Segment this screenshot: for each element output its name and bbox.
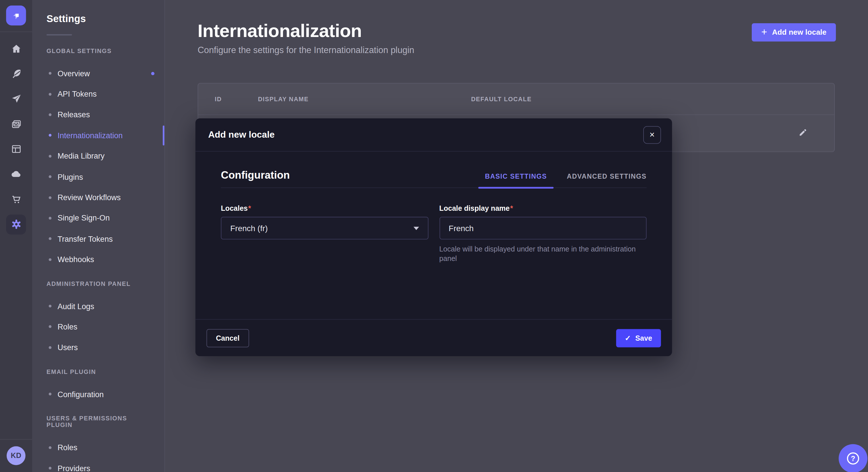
sidebar-item-webhooks[interactable]: Webhooks xyxy=(32,249,164,270)
sidebar-item-label: Media Library xyxy=(58,152,105,161)
sidebar-item-label: Transfer Tokens xyxy=(58,234,113,243)
rail-item-feather-pen-icon[interactable] xyxy=(6,64,26,84)
sidebar-section-header: ADMINISTRATION PANEL xyxy=(46,280,153,287)
rail-item-layout-icon[interactable] xyxy=(6,139,26,159)
sidebar-item-label: Audit Logs xyxy=(58,302,94,310)
bullet-icon xyxy=(49,217,52,220)
sidebar-item-providers[interactable]: Providers xyxy=(32,458,164,472)
divider xyxy=(0,32,32,32)
display-name-label: Locale display name* xyxy=(439,204,513,212)
bullet-icon xyxy=(49,196,52,199)
rail-item-paper-plane-icon[interactable] xyxy=(6,89,26,109)
add-new-locale-button[interactable]: + Add new locale xyxy=(752,23,836,42)
column-header-default-locale: DEFAULT LOCALE xyxy=(471,96,817,102)
sidebar-item-label: Users xyxy=(58,343,78,352)
sidebar-item-label: Plugins xyxy=(58,172,83,181)
sidebar-item-label: API Tokens xyxy=(58,90,97,99)
rail-item-marketplace-cart-icon[interactable] xyxy=(6,189,26,209)
sidebar-item-label: Webhooks xyxy=(58,255,94,264)
settings-tabs: BASIC SETTINGSADVANCED SETTINGS xyxy=(485,173,647,188)
bullet-icon xyxy=(49,467,52,470)
sidebar-item-single-sign-on[interactable]: Single Sign-On xyxy=(32,208,164,229)
sidebar-item-transfer-tokens[interactable]: Transfer Tokens xyxy=(32,229,164,249)
avatar[interactable]: KD xyxy=(7,446,26,465)
bullet-icon xyxy=(49,258,52,261)
bullet-icon xyxy=(49,175,52,178)
chevron-down-icon xyxy=(413,227,419,230)
table-header-row: IDDISPLAY NAMEDEFAULT LOCALE xyxy=(198,83,834,115)
display-name-hint: Locale will be displayed under that name… xyxy=(439,244,646,263)
sidebar-item-label: Releases xyxy=(58,110,90,119)
sidebar-section-header: USERS & PERMISSIONS PLUGIN xyxy=(46,415,153,428)
sidebar-item-label: Single Sign-On xyxy=(58,214,110,223)
rail-item-settings-gear-icon[interactable] xyxy=(6,214,26,234)
strapi-logo[interactable] xyxy=(6,5,26,25)
sidebar-item-label: Internationalization xyxy=(58,131,123,140)
required-asterisk: * xyxy=(510,204,513,212)
sidebar-section-header: EMAIL PLUGIN xyxy=(46,369,153,375)
notification-dot xyxy=(151,72,154,75)
sidebar-item-label: Overview xyxy=(58,69,90,78)
sidebar-item-users[interactable]: Users xyxy=(32,337,164,358)
tab-advanced-settings[interactable]: ADVANCED SETTINGS xyxy=(567,173,647,188)
column-header-id: ID xyxy=(215,96,258,102)
bullet-icon xyxy=(49,393,52,396)
locales-label: Locales* xyxy=(221,204,251,212)
page-title: Internationalization xyxy=(197,20,414,42)
sidebar-item-label: Roles xyxy=(58,322,78,331)
sidebar-item-configuration[interactable]: Configuration xyxy=(32,384,164,405)
edit-pencil-icon[interactable] xyxy=(798,128,808,139)
page-subtitle: Configure the settings for the Internati… xyxy=(197,45,414,55)
sidebar-item-review-workflows[interactable]: Review Workflows xyxy=(32,187,164,208)
rail-item-cloud-icon[interactable] xyxy=(6,164,26,184)
sidebar-item-audit-logs[interactable]: Audit Logs xyxy=(32,296,164,316)
sidebar-item-api-tokens[interactable]: API Tokens xyxy=(32,84,164,104)
cancel-button[interactable]: Cancel xyxy=(206,329,249,347)
sidebar-title: Settings xyxy=(46,13,153,25)
sidebar-item-label: Review Workflows xyxy=(58,193,121,202)
sidebar-item-releases[interactable]: Releases xyxy=(32,104,164,125)
configuration-heading: Configuration xyxy=(221,169,290,181)
check-icon: ✓ xyxy=(625,334,631,341)
tab-basic-settings[interactable]: BASIC SETTINGS xyxy=(485,173,547,188)
plus-icon: + xyxy=(761,27,767,37)
modal-title: Add new locale xyxy=(208,129,275,140)
bullet-icon xyxy=(49,93,52,96)
bullet-icon xyxy=(49,446,52,449)
bullet-icon xyxy=(49,346,52,349)
bullet-icon xyxy=(49,134,52,137)
rail-item-home-icon[interactable] xyxy=(6,39,26,59)
divider xyxy=(46,34,72,36)
sidebar-section-header: GLOBAL SETTINGS xyxy=(46,47,153,54)
help-button[interactable]: ? xyxy=(839,444,867,472)
save-button[interactable]: ✓ Save xyxy=(616,329,661,347)
sidebar-item-media-library[interactable]: Media Library xyxy=(32,146,164,166)
bullet-icon xyxy=(49,237,52,240)
sidebar-item-label: Configuration xyxy=(58,390,104,399)
bullet-icon xyxy=(49,305,52,308)
bullet-icon xyxy=(49,113,52,116)
sidebar-item-overview[interactable]: Overview xyxy=(32,63,164,84)
bullet-icon xyxy=(49,72,52,75)
sidebar-item-plugins[interactable]: Plugins xyxy=(32,166,164,187)
bullet-icon xyxy=(49,326,52,328)
bullet-icon xyxy=(49,155,52,158)
locales-select[interactable]: French (fr) xyxy=(221,217,428,239)
settings-sidebar: Settings GLOBAL SETTINGSOverviewAPI Toke… xyxy=(32,0,165,472)
app: KD Settings GLOBAL SETTINGSOverviewAPI T… xyxy=(0,0,868,472)
add-locale-modal: Add new locale × Configuration BASIC SET… xyxy=(195,119,672,356)
sidebar-item-label: Roles xyxy=(58,443,78,452)
sidebar-item-roles[interactable]: Roles xyxy=(32,316,164,337)
sidebar-item-internationalization[interactable]: Internationalization xyxy=(32,125,164,146)
question-mark-icon: ? xyxy=(847,452,859,465)
required-asterisk: * xyxy=(248,204,251,212)
display-name-input[interactable] xyxy=(439,217,646,239)
sidebar-item-roles[interactable]: Roles xyxy=(32,437,164,458)
rail-item-media-library-icon[interactable] xyxy=(6,114,26,134)
divider xyxy=(0,439,32,439)
close-icon[interactable]: × xyxy=(643,126,661,144)
sidebar-item-label: Providers xyxy=(58,464,90,472)
main-nav-rail: KD xyxy=(0,0,32,472)
column-header-display-name: DISPLAY NAME xyxy=(258,96,471,102)
divider xyxy=(221,188,646,188)
